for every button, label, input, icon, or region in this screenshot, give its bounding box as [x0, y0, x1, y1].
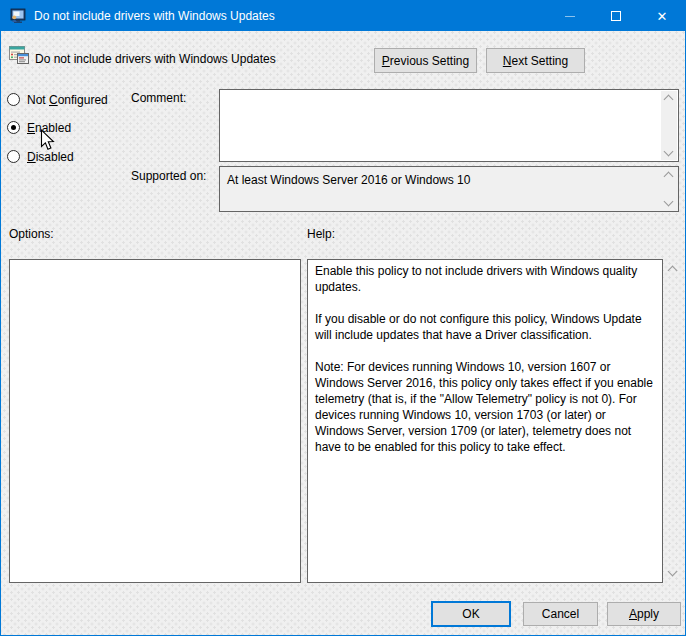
minimize-icon — [565, 16, 575, 17]
minimize-button[interactable] — [547, 1, 593, 31]
radio-label: Enabled — [27, 121, 71, 135]
help-paragraph: Note: For devices running Windows 10, ve… — [315, 359, 655, 455]
apply-button[interactable]: Apply — [607, 602, 681, 626]
help-paragraph: Enable this policy to not include driver… — [315, 263, 655, 295]
gpedit-monitor-icon — [10, 8, 26, 24]
policy-setting-dialog: Do not include drivers with Windows Upda… — [0, 0, 686, 636]
ok-button[interactable]: OK — [431, 601, 511, 627]
titlebar[interactable]: Do not include drivers with Windows Upda… — [1, 1, 685, 31]
radio-enabled[interactable]: Enabled — [7, 120, 71, 135]
radio-disabled[interactable]: Disabled — [7, 149, 74, 164]
comment-textbox[interactable] — [219, 89, 679, 162]
supported-on-label: Supported on: — [131, 169, 206, 183]
previous-setting-button[interactable]: Previous Setting — [374, 48, 477, 73]
policy-title: Do not include drivers with Windows Upda… — [35, 52, 276, 66]
close-icon: ✕ — [657, 10, 668, 23]
help-panel[interactable]: Enable this policy to not include driver… — [307, 259, 663, 583]
policy-setting-icon — [9, 46, 29, 67]
radio-label: Disabled — [27, 150, 74, 164]
supported-on-scrollbar[interactable] — [661, 168, 677, 210]
help-paragraph: If you disable or do not configure this … — [315, 311, 655, 343]
window-controls: ✕ — [547, 1, 685, 31]
next-setting-button[interactable]: Next Setting — [486, 48, 585, 73]
chevron-down-icon[interactable] — [664, 147, 674, 157]
chevron-up-icon[interactable] — [664, 95, 674, 105]
maximize-button[interactable] — [593, 1, 639, 31]
chevron-down-icon[interactable] — [664, 197, 674, 207]
help-scrollbar[interactable] — [665, 259, 681, 583]
supported-on-box: At least Windows Server 2016 or Windows … — [219, 166, 679, 212]
comment-label: Comment: — [131, 91, 186, 105]
maximize-icon — [611, 11, 621, 21]
chevron-down-icon[interactable] — [668, 567, 678, 577]
close-button[interactable]: ✕ — [639, 1, 685, 31]
help-label: Help: — [307, 227, 335, 241]
radio-circle[interactable] — [7, 93, 20, 106]
supported-on-value: At least Windows Server 2016 or Windows … — [227, 173, 656, 187]
options-label: Options: — [9, 227, 54, 241]
chevron-up-icon[interactable] — [668, 266, 678, 276]
comment-scrollbar[interactable] — [661, 91, 677, 160]
radio-label: Not Configured — [27, 93, 108, 107]
radio-circle[interactable] — [7, 150, 20, 163]
radio-circle[interactable] — [7, 121, 20, 134]
radio-not-configured[interactable]: Not Configured — [7, 92, 108, 107]
window-title: Do not include drivers with Windows Upda… — [34, 9, 275, 23]
chevron-up-icon[interactable] — [664, 172, 674, 182]
cancel-button[interactable]: Cancel — [523, 602, 598, 626]
options-panel — [9, 259, 301, 583]
